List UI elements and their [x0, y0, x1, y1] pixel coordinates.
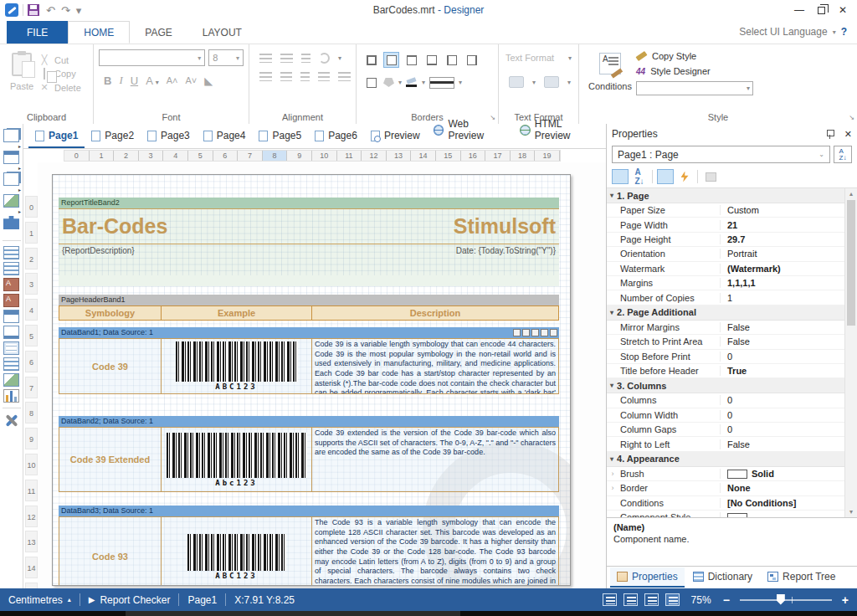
zoom-slider-thumb[interactable]	[777, 594, 785, 605]
page-tab-page5[interactable]: Page5	[252, 126, 308, 148]
toolbox-image-icon[interactable]	[3, 194, 19, 208]
text-format-dropdown[interactable]: Text Format▾	[505, 53, 572, 63]
delete-button[interactable]: ✕Delete	[38, 82, 81, 93]
toolbox-picture-icon[interactable]	[3, 373, 19, 387]
border-outline-button[interactable]	[363, 74, 379, 90]
toolbox-chart-icon[interactable]	[3, 389, 19, 403]
report-date-expr[interactable]: Date: {Today.ToString("Y")}	[456, 246, 556, 255]
property-row[interactable]: Page Width21	[607, 218, 844, 232]
band-controls[interactable]	[513, 329, 557, 336]
column-header-description[interactable]: Description	[311, 305, 559, 321]
property-row[interactable]: Stretch to Print AreaFalse	[607, 335, 844, 349]
toolbox-data-band-icon[interactable]	[3, 278, 19, 291]
quick-access-dropdown-icon[interactable]: ▾	[76, 4, 82, 17]
symbology-cell[interactable]: Code 39 Extended	[59, 428, 162, 491]
border-left-button[interactable]	[444, 52, 459, 68]
align-bottom-icon[interactable]	[301, 54, 310, 63]
property-category[interactable]: ▾3. Columns	[607, 378, 844, 393]
toolbox-panel-icon[interactable]	[3, 341, 19, 355]
toolbox-components-icon[interactable]	[3, 216, 19, 229]
page-header-band-header[interactable]: PageHeaderBand1	[59, 295, 559, 305]
report-title-band[interactable]: Bar-Codes Stimulsoft {ReportDescription}…	[59, 208, 559, 286]
toolbox-text-icon[interactable]	[3, 246, 19, 259]
font-color-button[interactable]: A ▾	[146, 74, 159, 87]
property-category[interactable]: ▾1. Page	[607, 188, 844, 203]
units-selector[interactable]: Centimetres▴	[8, 594, 80, 606]
alphabetical-view-icon[interactable]: AZ↓	[631, 169, 648, 184]
property-row[interactable]: Paper SizeCustom	[607, 203, 844, 218]
format-date-icon[interactable]	[544, 76, 559, 88]
language-dropdown-icon[interactable]: ▾	[833, 28, 836, 36]
property-row[interactable]: Margins1,1,1,1	[607, 276, 844, 290]
align-right-icon[interactable]	[300, 72, 310, 81]
panel-close-icon[interactable]: ✕	[844, 129, 852, 140]
zoom-page-width-icon[interactable]	[603, 593, 617, 606]
report-checker-button[interactable]: ▶ Report Checker	[80, 594, 179, 606]
font-name-combo[interactable]: ▾	[99, 49, 205, 66]
grow-font-button[interactable]: A˄	[167, 75, 178, 85]
property-row[interactable]: Column Width0	[607, 408, 844, 423]
shrink-font-button[interactable]: A˅	[185, 75, 197, 85]
line-style-button[interactable]	[429, 77, 454, 89]
symbology-cell[interactable]: Code 93	[59, 517, 162, 586]
scrollbar-thumb[interactable]	[847, 200, 855, 326]
toolbox-header-band-icon[interactable]	[3, 294, 19, 307]
tab-page[interactable]: PAGE	[130, 22, 187, 44]
data-band-header[interactable]: DataBand3; Data Source: 1	[59, 506, 559, 516]
page-tab-page2[interactable]: Page2	[85, 126, 141, 148]
fill-dropdown-icon[interactable]: ▾	[398, 79, 402, 86]
rotate-text-icon[interactable]	[319, 53, 330, 64]
property-row[interactable]: Columns0	[607, 393, 844, 408]
tab-file[interactable]: FILE	[7, 21, 68, 44]
copy-style-button[interactable]: Copy Style	[636, 51, 762, 61]
design-canvas[interactable]: 0123456789101112131415 ReportTitleBand2 …	[23, 162, 606, 588]
property-row[interactable]: Stop Before Print0	[607, 350, 844, 364]
select-ui-language[interactable]: Select UI Language	[739, 26, 827, 38]
toolbox-page-header-icon[interactable]	[3, 310, 19, 323]
tab-report-tree[interactable]: Report Tree	[761, 567, 842, 588]
style-designer-button[interactable]: 44 Style Designer	[636, 66, 762, 76]
preview-tab-web-preview[interactable]: Web Preview	[427, 115, 513, 148]
redo-icon[interactable]: ↷	[61, 4, 70, 17]
fill-color-icon[interactable]	[383, 78, 394, 87]
zoom-whole-page-icon[interactable]	[644, 593, 659, 606]
horizontal-ruler[interactable]: 012345678910111213141516171819	[23, 149, 606, 162]
border-color-icon[interactable]	[406, 79, 418, 87]
align-justify-icon[interactable]	[318, 72, 331, 81]
align-center-icon[interactable]	[280, 72, 293, 81]
align-middle-icon[interactable]	[280, 54, 293, 63]
align-top-icon[interactable]	[259, 54, 272, 63]
border-none-button[interactable]	[383, 52, 399, 68]
data-band-header[interactable]: DataBand2; Data Source: 1	[59, 416, 559, 427]
underline-button[interactable]: U	[131, 74, 138, 87]
report-title-band-header[interactable]: ReportTitleBand2	[59, 198, 559, 208]
property-grid[interactable]: ▾1. PagePaper SizeCustomPage Width21Page…	[607, 188, 857, 518]
tab-home[interactable]: HOME	[68, 21, 130, 44]
property-row[interactable]: Number of Copies1	[607, 290, 844, 305]
save-icon[interactable]	[28, 4, 39, 16]
clear-format-icon[interactable]: ◣	[204, 74, 213, 87]
property-row[interactable]: Title before HeaderTrue	[607, 364, 844, 378]
column-header-example[interactable]: Example	[161, 305, 311, 321]
word-wrap-icon[interactable]	[338, 72, 351, 81]
align-left-icon[interactable]	[259, 72, 272, 81]
border-all-button[interactable]	[363, 52, 379, 68]
tab-layout[interactable]: LAYOUT	[187, 22, 257, 44]
bold-button[interactable]: B	[104, 74, 111, 87]
page-tab-page6[interactable]: Page6	[308, 126, 364, 148]
toolbox-cross-band-icon[interactable]	[3, 172, 19, 186]
barcode-cell[interactable]: ABC123	[162, 339, 312, 393]
page-tab-page3[interactable]: Page3	[141, 126, 197, 148]
property-row[interactable]: Conditions[No Conditions]	[607, 496, 844, 511]
report-page[interactable]: ReportTitleBand2 Bar-Codes Stimulsoft {R…	[52, 174, 571, 586]
zoom-slider[interactable]	[740, 599, 832, 601]
style-dialog-launcher-icon[interactable]: ↘	[849, 114, 854, 121]
toolbox-bands-icon[interactable]	[3, 129, 19, 142]
toolbox-text-box-icon[interactable]	[3, 357, 19, 371]
rotate-dropdown-icon[interactable]: ▾	[338, 54, 341, 62]
line-style-dropdown-icon[interactable]: ▾	[459, 79, 462, 86]
font-size-combo[interactable]: 8▾	[208, 49, 244, 66]
restore-button[interactable]	[818, 7, 825, 14]
zoom-out-button[interactable]: −	[723, 593, 730, 607]
copy-button[interactable]: Copy	[38, 69, 81, 79]
